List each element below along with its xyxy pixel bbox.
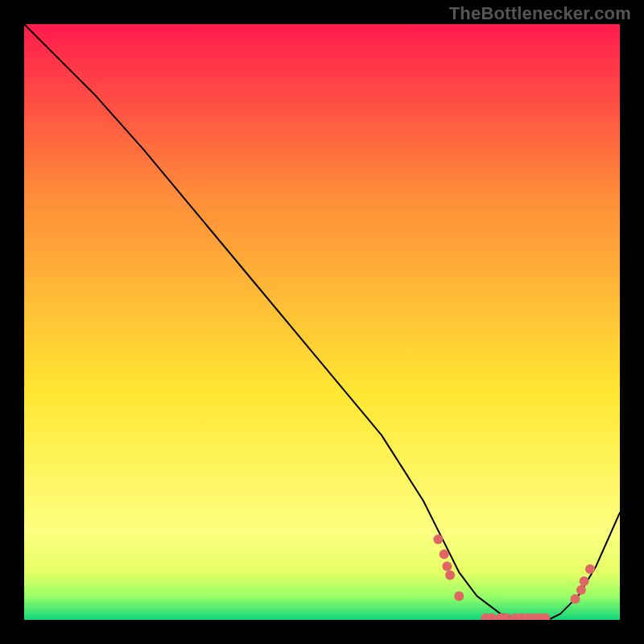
curve-dot [576,585,586,595]
attribution-label: TheBottlenecker.com [449,3,631,24]
curve-dot [440,550,449,559]
curve-dot [585,564,595,574]
curve-dot [433,535,443,544]
curve-dot [454,591,464,601]
chart-gradient-bg [24,24,620,620]
chart-svg [24,24,620,620]
curve-dot [442,561,452,571]
curve-dot [445,571,455,580]
curve-dot [571,594,580,604]
curve-dot [580,576,589,586]
chart-frame: TheBottlenecker.com [0,0,644,644]
